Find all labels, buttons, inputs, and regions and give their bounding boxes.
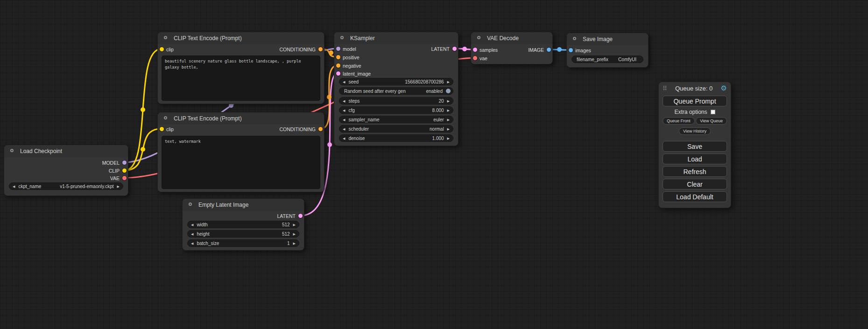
input-label-clip: clip xyxy=(166,126,174,133)
node-title-bar[interactable]: KSampler xyxy=(334,32,458,44)
load-button[interactable]: Load xyxy=(663,154,727,164)
node-clip-text-encode-negative[interactable]: CLIP Text Encode (Prompt) clip CONDITION… xyxy=(157,112,325,192)
latent-image-input-port[interactable] xyxy=(336,71,340,76)
batch-size-widget[interactable]: ◀ batch_size 1 ▶ xyxy=(187,239,299,247)
increment-arrow-icon[interactable]: ▶ xyxy=(117,185,120,188)
queue-prompt-button[interactable]: Queue Prompt xyxy=(663,96,727,106)
collapse-dot-icon[interactable] xyxy=(340,36,344,39)
ckpt-name-widget[interactable]: ◀ ckpt_name v1-5-pruned-emaonly.ckpt ▶ xyxy=(9,182,123,190)
load-default-button[interactable]: Load Default xyxy=(663,191,727,202)
clip-input-port[interactable] xyxy=(160,47,164,51)
decrement-arrow-icon[interactable]: ◀ xyxy=(191,242,193,245)
scheduler-widget[interactable]: ◀ scheduler normal ▶ xyxy=(339,125,453,133)
decrement-arrow-icon[interactable]: ◀ xyxy=(343,99,345,103)
sampler-name-widget[interactable]: ◀ sampler_name euler ▶ xyxy=(339,116,453,123)
conditioning-output-port[interactable] xyxy=(318,127,323,131)
increment-arrow-icon[interactable]: ▶ xyxy=(447,80,450,84)
extra-options-label: Extra options xyxy=(674,109,707,115)
node-title-bar[interactable]: Empty Latent Image xyxy=(183,199,304,211)
increment-arrow-icon[interactable]: ▶ xyxy=(293,223,296,226)
decrement-arrow-icon[interactable]: ◀ xyxy=(343,80,345,84)
image-output-port[interactable] xyxy=(547,48,551,52)
node-clip-text-encode-positive[interactable]: CLIP Text Encode (Prompt) clip CONDITION… xyxy=(157,32,325,104)
queue-front-button[interactable]: Queue Front xyxy=(663,117,695,125)
node-title-bar[interactable]: CLIP Text Encode (Prompt) xyxy=(158,112,324,125)
node-empty-latent-image[interactable]: Empty Latent Image LATENT ◀ width 512 ▶ … xyxy=(182,198,304,251)
collapse-dot-icon[interactable] xyxy=(477,36,480,39)
view-history-button[interactable]: View History xyxy=(679,127,711,135)
save-button[interactable]: Save xyxy=(663,141,727,152)
node-title-bar[interactable]: CLIP Text Encode (Prompt) xyxy=(158,32,324,44)
filename-prefix-widget[interactable]: filename_prefix ComfyUI xyxy=(572,56,643,63)
clear-button[interactable]: Clear xyxy=(663,179,727,189)
node-title: CLIP Text Encode (Prompt) xyxy=(174,35,242,42)
refresh-button[interactable]: Refresh xyxy=(663,166,727,177)
negative-input-port[interactable] xyxy=(336,63,340,68)
toggle-dot-icon[interactable] xyxy=(446,89,451,93)
model-output-port[interactable] xyxy=(122,161,127,165)
gear-icon[interactable]: ⚙ xyxy=(721,84,727,92)
latent-output-port[interactable] xyxy=(298,214,303,218)
widget-label: ckpt_name xyxy=(18,184,41,189)
node-ksampler[interactable]: KSampler model positive negative latent_… xyxy=(334,32,459,146)
extra-options-checkbox[interactable] xyxy=(711,110,715,114)
widget-value: 512 xyxy=(282,222,290,227)
prompt-text-area[interactable]: beautiful scenery nature glass bottle la… xyxy=(162,56,320,101)
decrement-arrow-icon[interactable]: ◀ xyxy=(191,232,193,236)
collapse-dot-icon[interactable] xyxy=(10,149,14,152)
vae-output-port[interactable] xyxy=(122,176,127,180)
view-queue-button[interactable]: View Queue xyxy=(696,117,727,125)
node-title-bar[interactable]: Save Image xyxy=(567,33,648,45)
denoise-widget[interactable]: ◀ denoise 1.000 ▶ xyxy=(339,134,453,142)
decrement-arrow-icon[interactable]: ◀ xyxy=(343,127,345,131)
collapse-dot-icon[interactable] xyxy=(164,36,167,39)
widget-value: 156680208700286 xyxy=(405,79,444,84)
clip-input-port[interactable] xyxy=(160,127,164,131)
width-widget[interactable]: ◀ width 512 ▶ xyxy=(187,221,299,228)
node-title: Load Checkpoint xyxy=(20,148,62,154)
height-widget[interactable]: ◀ height 512 ▶ xyxy=(187,230,299,238)
seed-widget[interactable]: ◀ seed 156680208700286 ▶ xyxy=(339,78,453,85)
input-label-latent-image: latent_image xyxy=(343,70,371,77)
node-load-checkpoint[interactable]: Load Checkpoint MODEL CLIP VAE ◀ ckpt_na… xyxy=(4,145,128,196)
collapse-dot-icon[interactable] xyxy=(189,203,192,206)
vae-input-port[interactable] xyxy=(473,56,477,60)
node-save-image[interactable]: Save Image images filename_prefix ComfyU… xyxy=(566,33,649,68)
latent-output-port[interactable] xyxy=(452,47,457,51)
input-label-vae: vae xyxy=(480,55,487,62)
decrement-arrow-icon[interactable]: ◀ xyxy=(343,109,345,112)
node-title-bar[interactable]: VAE Decode xyxy=(471,32,552,44)
samples-input-port[interactable] xyxy=(473,48,477,52)
output-label-image: IMAGE xyxy=(528,47,544,53)
widget-value: 1.000 xyxy=(432,136,444,141)
increment-arrow-icon[interactable]: ▶ xyxy=(447,137,450,140)
decrement-arrow-icon[interactable]: ◀ xyxy=(191,223,193,226)
node-title-bar[interactable]: Load Checkpoint xyxy=(4,145,128,157)
drag-handle-icon[interactable]: ⠿ xyxy=(663,85,667,92)
random-seed-widget[interactable]: Random seed after every gen enabled xyxy=(339,87,453,95)
input-label-images: images xyxy=(575,47,591,54)
decrement-arrow-icon[interactable]: ◀ xyxy=(13,185,15,188)
collapse-dot-icon[interactable] xyxy=(573,37,576,40)
cfg-widget[interactable]: ◀ cfg 8.000 ▶ xyxy=(339,106,453,114)
widget-label: steps xyxy=(348,98,360,104)
positive-input-port[interactable] xyxy=(336,55,340,59)
increment-arrow-icon[interactable]: ▶ xyxy=(447,109,450,112)
node-vae-decode[interactable]: VAE Decode samples vae IMAGE xyxy=(471,32,553,64)
images-input-port[interactable] xyxy=(569,48,573,52)
link-midpoint-dot xyxy=(329,50,333,55)
decrement-arrow-icon[interactable]: ◀ xyxy=(343,118,345,121)
decrement-arrow-icon[interactable]: ◀ xyxy=(343,137,345,140)
model-input-port[interactable] xyxy=(336,47,340,51)
increment-arrow-icon[interactable]: ▶ xyxy=(293,242,296,245)
steps-widget[interactable]: ◀ steps 20 ▶ xyxy=(339,97,453,105)
conditioning-output-port[interactable] xyxy=(318,47,323,51)
clip-output-port[interactable] xyxy=(122,168,127,173)
link-midpoint-dot xyxy=(327,142,332,147)
increment-arrow-icon[interactable]: ▶ xyxy=(447,127,450,131)
collapse-dot-icon[interactable] xyxy=(164,116,167,119)
increment-arrow-icon[interactable]: ▶ xyxy=(447,118,450,121)
prompt-text-area[interactable]: text, watermark xyxy=(162,136,320,189)
increment-arrow-icon[interactable]: ▶ xyxy=(293,232,296,236)
increment-arrow-icon[interactable]: ▶ xyxy=(447,99,450,103)
